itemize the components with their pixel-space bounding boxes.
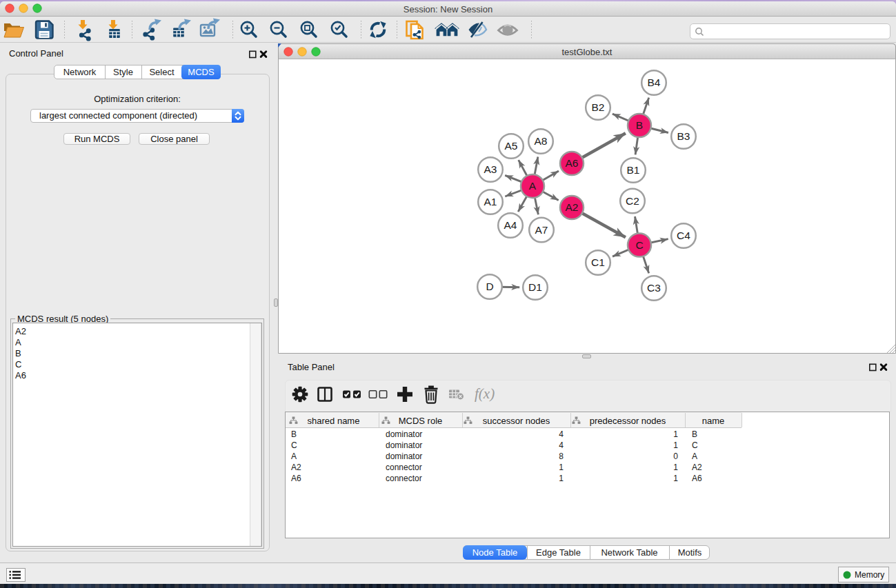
svg-text:B1: B1 [627,164,640,176]
svg-text:B: B [636,119,643,131]
svg-text:A2: A2 [566,201,579,213]
svg-text:A4: A4 [504,219,517,231]
svg-text:A: A [529,180,537,192]
svg-text:A7: A7 [535,224,548,236]
svg-text:C3: C3 [647,282,661,294]
svg-text:D1: D1 [528,281,542,293]
svg-text:A1: A1 [484,196,497,207]
svg-text:A8: A8 [535,135,548,147]
svg-text:B3: B3 [677,130,690,142]
svg-text:C4: C4 [677,230,690,241]
svg-text:A3: A3 [484,163,497,175]
svg-text:D: D [486,281,493,292]
svg-text:C: C [635,239,643,251]
svg-text:A5: A5 [505,140,518,152]
svg-text:A6: A6 [566,157,579,169]
svg-text:C2: C2 [626,195,639,207]
svg-text:C1: C1 [591,256,605,268]
svg-text:B2: B2 [592,101,605,113]
svg-text:B4: B4 [648,77,661,88]
